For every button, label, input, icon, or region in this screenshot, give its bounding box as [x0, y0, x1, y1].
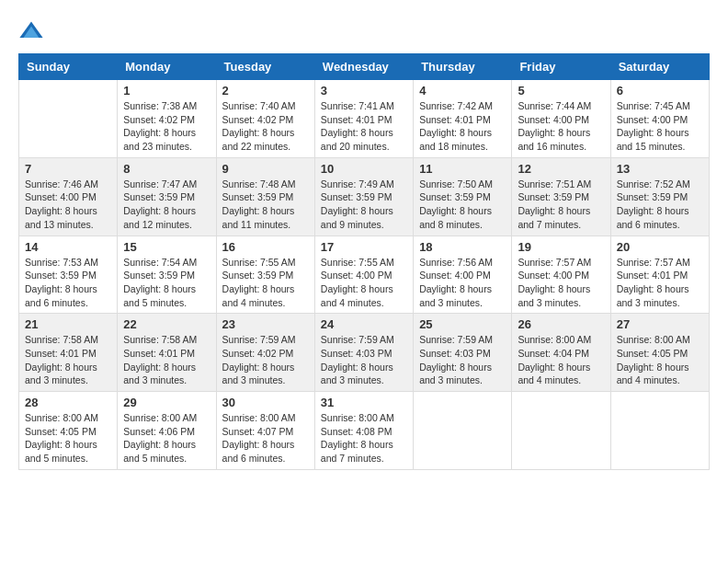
day-number: 11: [419, 162, 506, 176]
day-number: 2: [222, 84, 309, 98]
calendar-cell: 25Sunrise: 7:59 AMSunset: 4:03 PMDayligh…: [414, 314, 512, 392]
calendar-cell: 18Sunrise: 7:56 AMSunset: 4:00 PMDayligh…: [414, 236, 512, 314]
calendar-header-row: SundayMondayTuesdayWednesdayThursdayFrid…: [19, 54, 710, 80]
header-friday: Friday: [512, 54, 610, 80]
day-number: 30: [222, 396, 309, 409]
day-info: Sunrise: 7:52 AMSunset: 3:59 PMDaylight:…: [617, 178, 703, 232]
calendar-cell: 17Sunrise: 7:55 AMSunset: 4:00 PMDayligh…: [314, 236, 413, 314]
calendar-cell: 28Sunrise: 8:00 AMSunset: 4:05 PMDayligh…: [19, 392, 118, 470]
logo: [18, 18, 48, 44]
calendar-week-row: 7Sunrise: 7:46 AMSunset: 4:00 PMDaylight…: [19, 157, 710, 236]
day-info: Sunrise: 7:51 AMSunset: 3:59 PMDaylight:…: [518, 178, 604, 232]
day-number: 13: [617, 162, 703, 176]
calendar-cell: 24Sunrise: 7:59 AMSunset: 4:03 PMDayligh…: [314, 314, 413, 392]
day-number: 23: [222, 317, 309, 331]
day-info: Sunrise: 7:47 AMSunset: 3:59 PMDaylight:…: [123, 178, 210, 232]
day-info: Sunrise: 7:59 AMSunset: 4:02 PMDaylight:…: [222, 333, 309, 387]
day-info: Sunrise: 8:00 AMSunset: 4:05 PMDaylight:…: [617, 333, 703, 387]
day-number: 8: [123, 162, 210, 176]
day-info: Sunrise: 7:59 AMSunset: 4:03 PMDaylight:…: [321, 333, 407, 387]
day-info: Sunrise: 7:40 AMSunset: 4:02 PMDaylight:…: [222, 99, 309, 154]
header-sunday: Sunday: [19, 54, 118, 80]
day-number: 18: [419, 240, 506, 254]
day-number: 17: [321, 240, 407, 254]
day-number: 12: [518, 162, 604, 176]
day-number: 26: [518, 317, 604, 331]
day-number: 31: [321, 396, 407, 409]
day-info: Sunrise: 8:00 AMSunset: 4:05 PMDaylight:…: [25, 411, 111, 465]
calendar-cell: 26Sunrise: 8:00 AMSunset: 4:04 PMDayligh…: [512, 314, 610, 392]
day-info: Sunrise: 7:55 AMSunset: 3:59 PMDaylight:…: [222, 256, 309, 310]
day-info: Sunrise: 7:59 AMSunset: 4:03 PMDaylight:…: [419, 333, 506, 387]
day-info: Sunrise: 7:53 AMSunset: 3:59 PMDaylight:…: [25, 256, 111, 310]
day-info: Sunrise: 7:57 AMSunset: 4:00 PMDaylight:…: [518, 256, 604, 310]
calendar-cell: 3Sunrise: 7:41 AMSunset: 4:01 PMDaylight…: [314, 80, 413, 158]
header-wednesday: Wednesday: [314, 54, 413, 80]
day-info: Sunrise: 7:45 AMSunset: 4:00 PMDaylight:…: [617, 99, 703, 154]
day-info: Sunrise: 7:54 AMSunset: 3:59 PMDaylight:…: [123, 256, 210, 310]
calendar-cell: [414, 392, 512, 470]
day-info: Sunrise: 7:58 AMSunset: 4:01 PMDaylight:…: [123, 333, 210, 387]
calendar-cell: 21Sunrise: 7:58 AMSunset: 4:01 PMDayligh…: [19, 314, 118, 392]
calendar-cell: 19Sunrise: 7:57 AMSunset: 4:00 PMDayligh…: [512, 236, 610, 314]
day-number: 6: [617, 84, 703, 98]
day-number: 15: [123, 240, 210, 254]
header-tuesday: Tuesday: [216, 54, 314, 80]
day-number: 5: [518, 84, 604, 98]
calendar-cell: 16Sunrise: 7:55 AMSunset: 3:59 PMDayligh…: [216, 236, 314, 314]
day-info: Sunrise: 7:38 AMSunset: 4:02 PMDaylight:…: [123, 99, 210, 154]
logo-icon: [18, 18, 44, 44]
calendar-cell: 13Sunrise: 7:52 AMSunset: 3:59 PMDayligh…: [610, 157, 709, 236]
calendar-cell: 20Sunrise: 7:57 AMSunset: 4:01 PMDayligh…: [610, 236, 709, 314]
day-number: 14: [25, 240, 111, 254]
calendar-cell: 27Sunrise: 8:00 AMSunset: 4:05 PMDayligh…: [610, 314, 709, 392]
header-monday: Monday: [118, 54, 216, 80]
day-info: Sunrise: 7:57 AMSunset: 4:01 PMDaylight:…: [617, 256, 703, 310]
calendar-cell: 29Sunrise: 8:00 AMSunset: 4:06 PMDayligh…: [118, 392, 216, 470]
day-number: 29: [123, 396, 210, 409]
calendar-cell: 6Sunrise: 7:45 AMSunset: 4:00 PMDaylight…: [610, 80, 709, 158]
day-number: 20: [617, 240, 703, 254]
calendar-cell: 2Sunrise: 7:40 AMSunset: 4:02 PMDaylight…: [216, 80, 314, 158]
day-info: Sunrise: 8:00 AMSunset: 4:06 PMDaylight:…: [123, 411, 210, 465]
day-number: 10: [321, 162, 407, 176]
calendar-cell: 8Sunrise: 7:47 AMSunset: 3:59 PMDaylight…: [118, 157, 216, 236]
day-info: Sunrise: 7:49 AMSunset: 3:59 PMDaylight:…: [321, 178, 407, 232]
day-number: 1: [123, 84, 210, 98]
day-number: 25: [419, 317, 506, 331]
calendar-table: SundayMondayTuesdayWednesdayThursdayFrid…: [18, 53, 710, 470]
calendar-cell: 4Sunrise: 7:42 AMSunset: 4:01 PMDaylight…: [414, 80, 512, 158]
calendar-cell: [610, 392, 709, 470]
day-number: 21: [25, 317, 111, 331]
calendar-cell: 1Sunrise: 7:38 AMSunset: 4:02 PMDaylight…: [118, 80, 216, 158]
calendar-cell: 30Sunrise: 8:00 AMSunset: 4:07 PMDayligh…: [216, 392, 314, 470]
day-info: Sunrise: 8:00 AMSunset: 4:08 PMDaylight:…: [321, 411, 407, 465]
day-number: 24: [321, 317, 407, 331]
calendar-cell: 10Sunrise: 7:49 AMSunset: 3:59 PMDayligh…: [314, 157, 413, 236]
day-number: 19: [518, 240, 604, 254]
day-number: 22: [123, 317, 210, 331]
calendar-cell: 12Sunrise: 7:51 AMSunset: 3:59 PMDayligh…: [512, 157, 610, 236]
day-info: Sunrise: 7:42 AMSunset: 4:01 PMDaylight:…: [419, 99, 506, 154]
day-number: 16: [222, 240, 309, 254]
calendar-week-row: 1Sunrise: 7:38 AMSunset: 4:02 PMDaylight…: [19, 80, 710, 158]
day-info: Sunrise: 8:00 AMSunset: 4:04 PMDaylight:…: [518, 333, 604, 387]
calendar-cell: 7Sunrise: 7:46 AMSunset: 4:00 PMDaylight…: [19, 157, 118, 236]
day-number: 4: [419, 84, 506, 98]
calendar-cell: 15Sunrise: 7:54 AMSunset: 3:59 PMDayligh…: [118, 236, 216, 314]
calendar-cell: 9Sunrise: 7:48 AMSunset: 3:59 PMDaylight…: [216, 157, 314, 236]
header-saturday: Saturday: [610, 54, 709, 80]
day-info: Sunrise: 7:56 AMSunset: 4:00 PMDaylight:…: [419, 256, 506, 310]
day-info: Sunrise: 7:48 AMSunset: 3:59 PMDaylight:…: [222, 178, 309, 232]
day-info: Sunrise: 7:58 AMSunset: 4:01 PMDaylight:…: [25, 333, 111, 387]
day-number: 9: [222, 162, 309, 176]
page-header: [18, 18, 710, 44]
day-info: Sunrise: 7:44 AMSunset: 4:00 PMDaylight:…: [518, 99, 604, 154]
calendar-cell: 5Sunrise: 7:44 AMSunset: 4:00 PMDaylight…: [512, 80, 610, 158]
calendar-cell: [19, 80, 118, 158]
day-info: Sunrise: 7:46 AMSunset: 4:00 PMDaylight:…: [25, 178, 111, 232]
calendar-week-row: 14Sunrise: 7:53 AMSunset: 3:59 PMDayligh…: [19, 236, 710, 314]
day-number: 7: [25, 162, 111, 176]
day-number: 28: [25, 396, 111, 409]
calendar-cell: [512, 392, 610, 470]
